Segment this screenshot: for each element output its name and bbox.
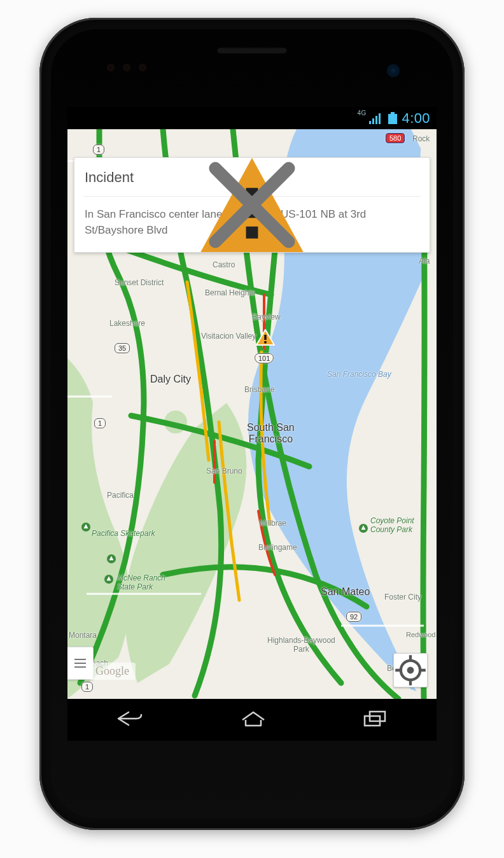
network-label: 4G (357, 109, 366, 116)
home-icon (240, 710, 267, 728)
label-visitacion: Visitacion Valley (201, 332, 256, 341)
label-brisbane: Brisbane (244, 385, 274, 394)
label-coyote: Coyote Point County Park (370, 516, 414, 534)
label-ssf: South San Francisco (247, 422, 295, 445)
front-camera (387, 64, 400, 77)
card-header: Incident (74, 158, 430, 196)
tree-icon (359, 524, 367, 532)
phone-frame: 4G 4:00 (39, 18, 465, 830)
close-icon (74, 158, 430, 252)
shield-101: 101 (255, 353, 274, 363)
label-redwood: Redwood (406, 631, 435, 638)
signal-icon (369, 113, 383, 124)
screen: 4G 4:00 (67, 107, 437, 741)
status-bar: 4G 4:00 (67, 107, 437, 129)
label-montara: Montara (69, 631, 97, 640)
svg-rect-6 (264, 335, 266, 340)
recents-button[interactable] (363, 710, 388, 730)
clock: 4:00 (402, 110, 430, 127)
close-button[interactable] (414, 175, 419, 180)
sensor-dots (107, 64, 146, 71)
label-ala: Ala (419, 257, 430, 265)
label-highlands: Highlands-Baywood Park (267, 636, 335, 654)
target-icon (394, 654, 427, 687)
label-foster: Foster City (384, 593, 421, 601)
home-button[interactable] (240, 710, 267, 730)
battery-icon (388, 112, 397, 124)
back-icon (116, 710, 144, 728)
shield-35: 35 (115, 343, 130, 353)
label-sfbay: San Francisco Bay (327, 370, 391, 379)
my-location-button[interactable] (393, 653, 428, 687)
incident-marker[interactable] (256, 329, 275, 347)
map-canvas[interactable]: 580 Sunset District Castro Bernal Height… (67, 129, 437, 699)
svg-rect-7 (264, 341, 266, 343)
label-pac-skate: Pacifica Skatepark (92, 529, 155, 538)
shield-1c: 1 (81, 682, 93, 692)
phone-speaker (217, 47, 287, 53)
label-lakeshore: Lakeshore (109, 319, 145, 328)
label-rock: Rock (412, 134, 430, 143)
svg-point-9 (407, 667, 414, 674)
label-daly: Daly City (150, 374, 191, 385)
shield-1a: 1 (93, 144, 104, 155)
label-sanmateo: San Mateo (321, 586, 370, 598)
label-burlingame: Burlingame (258, 543, 297, 552)
tree-icon (107, 554, 115, 563)
label-sunset: Sunset District (115, 278, 164, 287)
label-millbrae: Millbrae (260, 519, 286, 528)
shield-i580: 580 (386, 133, 405, 143)
label-sanbruno: San Bruno (206, 467, 242, 475)
tree-icon (81, 523, 90, 531)
label-castro: Castro (213, 260, 235, 269)
hamburger-icon (74, 663, 86, 664)
nav-bar (67, 699, 437, 741)
recents-icon (363, 710, 388, 728)
incident-card: Incident In San Francisco center lane bl… (74, 157, 430, 253)
label-bayview: Bayview (252, 313, 281, 321)
shield-92: 92 (346, 612, 361, 622)
label-pacifica: Pacifica (107, 491, 134, 500)
attribution: Google (89, 663, 136, 680)
label-bernal: Bernal Heights (205, 288, 255, 297)
tree-icon (104, 575, 113, 583)
label-mcnee: McNee Ranch State Park (117, 573, 165, 591)
shield-1b: 1 (94, 418, 106, 428)
back-button[interactable] (116, 710, 144, 730)
